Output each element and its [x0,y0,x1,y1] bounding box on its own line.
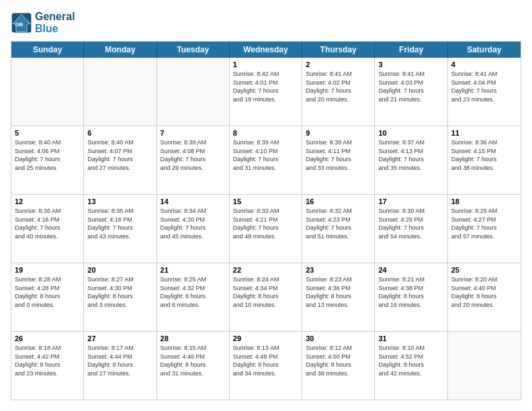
cell-line: and 34 minutes. [233,369,298,378]
calendar-cell: 24Sunrise: 8:21 AMSunset: 4:38 PMDayligh… [375,263,447,331]
calendar-cell: 9Sunrise: 8:38 AMSunset: 4:11 PMDaylight… [302,126,375,194]
calendar-header: SundayMondayTuesdayWednesdayThursdayFrid… [11,42,521,58]
cell-line: Sunrise: 8:23 AM [306,275,371,284]
cell-line: and 31 minutes. [233,164,298,173]
cell-line: and 20 minutes. [451,301,517,310]
calendar-cell: 25Sunrise: 8:20 AMSunset: 4:40 PMDayligh… [448,263,521,331]
cell-line: Daylight: 7 hours [378,87,443,95]
cell-line: Sunrise: 8:39 AM [233,138,298,147]
cell-line: Sunset: 4:30 PM [87,284,152,293]
day-number: 29 [233,334,298,342]
calendar-cell: 11Sunrise: 8:36 AMSunset: 4:15 PMDayligh… [448,126,521,194]
calendar-cell: 21Sunrise: 8:25 AMSunset: 4:32 PMDayligh… [157,263,230,331]
cell-line: Daylight: 7 hours [306,87,371,95]
calendar-cell: 8Sunrise: 8:39 AMSunset: 4:10 PMDaylight… [230,126,302,194]
cell-line: Daylight: 8 hours [15,361,80,369]
cell-line: and 29 minutes. [161,164,226,173]
cell-line: Sunset: 4:06 PM [15,147,80,156]
day-number: 14 [161,197,226,205]
cell-line: Daylight: 8 hours [306,292,371,301]
cell-line: Sunset: 4:16 PM [15,216,80,224]
cell-line: and 6 minutes. [161,301,226,310]
weekday-header: Saturday [448,42,521,58]
cell-line: Sunset: 4:48 PM [233,353,298,361]
cell-line: Sunset: 4:42 PM [15,353,80,361]
calendar-cell: 17Sunrise: 8:30 AMSunset: 4:25 PMDayligh… [375,195,447,263]
cell-line: and 43 minutes. [87,232,152,241]
calendar-cell: 28Sunrise: 8:15 AMSunset: 4:46 PMDayligh… [157,332,230,400]
cell-line: Sunset: 4:27 PM [451,216,517,224]
day-number: 1 [233,60,298,68]
cell-line: Daylight: 8 hours [161,361,226,369]
cell-line: Daylight: 8 hours [233,292,298,301]
cell-line: and 38 minutes. [451,164,517,173]
cell-line: and 19 minutes. [233,95,298,104]
calendar-cell: 23Sunrise: 8:23 AMSunset: 4:36 PMDayligh… [302,263,375,331]
cell-line: Daylight: 7 hours [87,155,152,164]
weekday-header: Thursday [302,42,375,58]
cell-line: and 23 minutes. [451,95,517,104]
cell-line: and 33 minutes. [306,164,371,173]
cell-line: Daylight: 7 hours [233,224,298,232]
day-number: 13 [87,197,152,205]
calendar-cell: 3Sunrise: 8:41 AMSunset: 4:03 PMDaylight… [375,58,447,126]
cell-line: Sunset: 4:01 PM [233,79,298,87]
calendar-cell: 4Sunrise: 8:41 AMSunset: 4:04 PMDaylight… [448,58,521,126]
cell-line: Daylight: 7 hours [161,224,226,232]
day-number: 4 [451,60,517,68]
day-number: 8 [233,129,298,137]
calendar-cell: 5Sunrise: 8:40 AMSunset: 4:06 PMDaylight… [11,126,84,194]
calendar-cell: 31Sunrise: 8:10 AMSunset: 4:52 PMDayligh… [375,332,447,400]
cell-line: and 0 minutes. [15,301,80,310]
cell-line: Sunrise: 8:37 AM [378,138,443,147]
cell-line: Sunrise: 8:42 AM [233,70,298,79]
calendar-cell: 18Sunrise: 8:29 AMSunset: 4:27 PMDayligh… [448,195,521,263]
calendar-cell: 13Sunrise: 8:35 AMSunset: 4:18 PMDayligh… [84,195,157,263]
logo-text: General Blue [35,11,75,34]
cell-line: Sunset: 4:08 PM [161,147,226,156]
cell-line: Sunrise: 8:21 AM [378,275,443,284]
cell-line: and 40 minutes. [15,232,80,241]
day-number: 19 [15,266,80,274]
cell-line: Sunrise: 8:12 AM [306,344,371,353]
cell-line: Sunset: 4:10 PM [233,147,298,156]
day-number: 9 [306,129,371,137]
cell-line: Sunrise: 8:40 AM [87,138,152,147]
cell-line: Daylight: 8 hours [306,361,371,369]
cell-line: Daylight: 7 hours [15,224,80,232]
calendar-cell: 7Sunrise: 8:39 AMSunset: 4:08 PMDaylight… [157,126,230,194]
day-number: 20 [87,266,152,274]
cell-line: Sunrise: 8:39 AM [161,138,226,147]
calendar-cell: 22Sunrise: 8:24 AMSunset: 4:34 PMDayligh… [230,263,302,331]
cell-line: Sunrise: 8:38 AM [306,138,371,147]
day-number: 27 [87,334,152,342]
calendar-cell: 2Sunrise: 8:41 AMSunset: 4:02 PMDaylight… [302,58,375,126]
calendar-cell: 15Sunrise: 8:33 AMSunset: 4:21 PMDayligh… [230,195,302,263]
cell-line: Sunset: 4:34 PM [233,284,298,293]
cell-line: Sunset: 4:02 PM [306,79,371,87]
cell-line: Daylight: 8 hours [87,292,152,301]
cell-line: Daylight: 7 hours [378,224,443,232]
cell-line: Sunrise: 8:41 AM [306,70,371,79]
calendar-cell: 16Sunrise: 8:32 AMSunset: 4:23 PMDayligh… [302,195,375,263]
cell-line: Sunset: 4:36 PM [306,284,371,293]
cell-line: Daylight: 8 hours [15,292,80,301]
cell-line: Sunrise: 8:32 AM [306,207,371,216]
day-number: 22 [233,266,298,274]
cell-line: Daylight: 7 hours [306,224,371,232]
cell-line: and 3 minutes. [87,301,152,310]
cell-line: and 54 minutes. [378,232,443,241]
cell-line: Daylight: 7 hours [306,155,371,164]
day-number: 7 [161,129,226,137]
cell-line: Sunset: 4:50 PM [306,353,371,361]
day-number: 24 [378,266,443,274]
day-number: 15 [233,197,298,205]
cell-line: Sunset: 4:21 PM [233,216,298,224]
calendar-cell: 10Sunrise: 8:37 AMSunset: 4:13 PMDayligh… [375,126,447,194]
cell-line: Daylight: 8 hours [451,292,517,301]
cell-line: and 48 minutes. [233,232,298,241]
calendar-cell [84,58,157,126]
cell-line: and 10 minutes. [233,301,298,310]
cell-line: Sunrise: 8:17 AM [87,344,152,353]
cell-line: Sunrise: 8:25 AM [161,275,226,284]
